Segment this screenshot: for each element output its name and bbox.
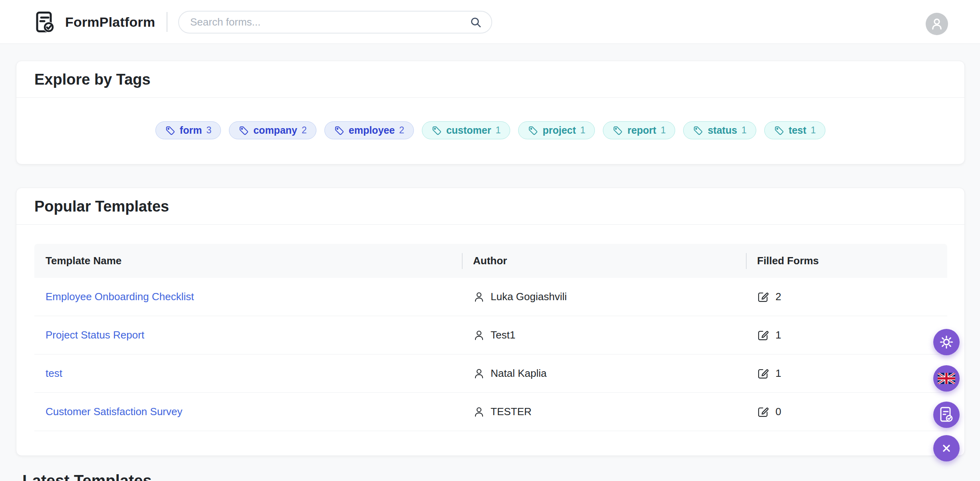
filled-forms-icon <box>757 329 769 341</box>
tag-label: report <box>627 125 656 136</box>
table-row: Customer Satisfaction Survey TESTER 0 <box>34 393 947 431</box>
tag-count: 2 <box>302 125 307 136</box>
tag-label: test <box>789 125 806 136</box>
tag-pill-status[interactable]: status 1 <box>683 121 756 139</box>
sun-icon <box>939 335 954 349</box>
tag-pill-report[interactable]: report 1 <box>603 121 675 139</box>
column-header-template-name: Template Name <box>34 244 462 278</box>
tag-count: 1 <box>661 125 666 136</box>
template-link[interactable]: test <box>46 367 62 380</box>
table-row: Project Status Report Test1 1 <box>34 316 947 354</box>
tag-count: 1 <box>741 125 747 136</box>
filled-forms-count: 1 <box>775 367 781 380</box>
top-navigation-bar: FormPlatform <box>0 0 980 44</box>
header-divider <box>167 12 167 32</box>
form-templates-button[interactable] <box>933 402 960 428</box>
theme-toggle-button[interactable] <box>933 329 960 355</box>
tag-icon <box>693 125 703 136</box>
tag-label: customer <box>446 125 491 136</box>
form-platform-logo-icon <box>36 11 55 33</box>
tag-label: status <box>708 125 737 136</box>
person-icon <box>473 406 485 418</box>
person-icon <box>930 17 944 31</box>
author-name: TESTER <box>491 406 532 418</box>
tag-label: employee <box>349 125 395 136</box>
tag-icon <box>165 125 175 136</box>
template-link[interactable]: Employee Onboarding Checklist <box>46 291 194 303</box>
column-header-author: Author <box>462 244 746 278</box>
tags-section-title: Explore by Tags <box>16 61 964 97</box>
language-switch-button[interactable] <box>933 365 960 392</box>
tag-count: 1 <box>580 125 586 136</box>
search-bar <box>178 11 492 34</box>
person-icon <box>473 329 485 341</box>
person-icon <box>473 368 485 380</box>
table-row: Employee Onboarding Checklist Luka Gogia… <box>34 278 947 316</box>
filled-forms-icon <box>757 406 769 418</box>
popular-templates-card: Popular Templates Template Name Author F… <box>16 188 965 456</box>
search-input[interactable] <box>190 16 470 28</box>
close-fab-menu-button[interactable] <box>933 435 960 461</box>
tag-cloud: form 3 company 2 employee 2 customer 1 p… <box>16 98 964 139</box>
filled-forms-count: 0 <box>775 406 781 418</box>
author-name: Test1 <box>491 329 515 341</box>
column-header-filled-forms: Filled Forms <box>746 244 947 278</box>
tag-pill-company[interactable]: company 2 <box>229 121 316 139</box>
tag-icon <box>528 125 538 136</box>
brand-title: FormPlatform <box>65 14 155 30</box>
tag-pill-project[interactable]: project 1 <box>518 121 595 139</box>
card-header-divider <box>16 224 964 225</box>
tag-count: 2 <box>399 125 404 136</box>
search-icon[interactable] <box>470 16 482 28</box>
template-link[interactable]: Project Status Report <box>46 329 144 341</box>
close-icon <box>940 442 953 455</box>
tag-icon <box>334 125 344 136</box>
tag-pill-customer[interactable]: customer 1 <box>422 121 510 139</box>
popular-templates-table: Template Name Author Filled Forms Employ… <box>34 244 947 431</box>
filled-forms-count: 1 <box>775 329 781 341</box>
author-name: Natal Kaplia <box>491 367 547 380</box>
table-row: test Natal Kaplia 1 <box>34 354 947 393</box>
filled-forms-count: 2 <box>775 291 781 303</box>
tag-icon <box>774 125 784 136</box>
tag-label: project <box>543 125 576 136</box>
tag-label: form <box>180 125 202 136</box>
template-link[interactable]: Customer Satisfaction Survey <box>46 406 182 418</box>
tag-icon <box>431 125 442 136</box>
explore-by-tags-card: Explore by Tags form 3 company 2 employe… <box>16 61 965 164</box>
person-icon <box>473 291 485 303</box>
tag-pill-test[interactable]: test 1 <box>764 121 825 139</box>
brand-logo[interactable]: FormPlatform <box>36 0 155 44</box>
tag-icon <box>612 125 623 136</box>
form-check-icon <box>940 407 953 423</box>
popular-section-title: Popular Templates <box>16 188 964 224</box>
uk-flag-icon <box>938 373 955 384</box>
tag-label: company <box>253 125 297 136</box>
author-name: Luka Gogiashvili <box>491 291 567 303</box>
tag-pill-form[interactable]: form 3 <box>155 121 221 139</box>
tag-icon <box>239 125 249 136</box>
filled-forms-icon <box>757 291 769 303</box>
latest-section-title: Latest Templates <box>22 472 152 481</box>
filled-forms-icon <box>757 368 769 380</box>
tag-count: 3 <box>206 125 211 136</box>
tag-pill-employee[interactable]: employee 2 <box>324 121 414 139</box>
user-avatar[interactable] <box>926 13 948 35</box>
tag-count: 1 <box>495 125 501 136</box>
tag-count: 1 <box>811 125 816 136</box>
table-header-row: Template Name Author Filled Forms <box>34 244 947 278</box>
